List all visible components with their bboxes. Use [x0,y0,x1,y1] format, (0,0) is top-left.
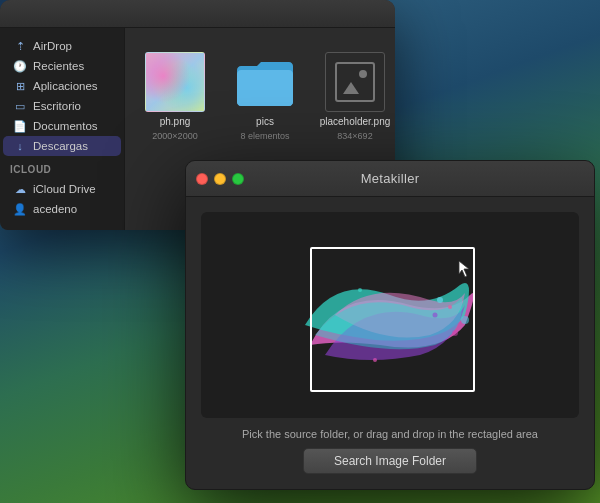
window-controls [196,173,244,185]
desktop-icon: ▭ [13,99,27,113]
file-meta-ph: 2000×2000 [152,131,197,141]
clock-icon: 🕐 [13,59,27,73]
metakiller-titlebar: Metakiller [186,161,594,197]
svg-point-2 [437,297,443,303]
close-button[interactable] [196,173,208,185]
svg-point-5 [358,288,362,292]
file-item-placeholder[interactable]: placeholder.png 834×692 [320,48,390,145]
grid-icon: ⊞ [13,79,27,93]
svg-point-6 [373,358,377,362]
finder-titlebar [0,0,395,28]
sidebar-label-icloud-drive: iCloud Drive [33,183,96,195]
sidebar-item-descargas[interactable]: ↓ Descargas [3,136,121,156]
svg-point-8 [452,330,458,336]
search-folder-button[interactable]: Search Image Folder [303,448,477,474]
file-name-ph: ph.png [160,116,191,127]
icloud-section-label: iCloud [0,164,124,179]
sidebar-item-escritorio[interactable]: ▭ Escritorio [3,96,121,116]
metakiller-body: Pick the source folder, or drag and drop… [186,197,594,489]
sidebar-item-icloud-drive[interactable]: ☁ iCloud Drive [3,179,121,199]
metakiller-window: Metakiller [185,160,595,490]
file-item-pics[interactable]: pics 8 elementos [230,48,300,145]
brush-image [280,225,500,405]
metakiller-footer: Pick the source folder, or drag and drop… [201,428,579,474]
cloud-icon: ☁ [13,182,27,196]
sidebar-label-aplicaciones: Aplicaciones [33,80,98,92]
svg-point-7 [461,316,469,324]
svg-point-3 [448,305,452,309]
file-meta-placeholder: 834×692 [337,131,372,141]
maximize-button[interactable] [232,173,244,185]
svg-point-4 [433,313,438,318]
airdrop-icon: ⇡ [13,39,27,53]
doc-icon: 📄 [13,119,27,133]
metakiller-title: Metakiller [361,171,420,186]
sidebar-item-acedeno[interactable]: 👤 acedeno [3,199,121,219]
minimize-button[interactable] [214,173,226,185]
sidebar-label-escritorio: Escritorio [33,100,81,112]
sidebar-item-recientes[interactable]: 🕐 Recientes [3,56,121,76]
file-meta-pics: 8 elementos [240,131,289,141]
sidebar-label-documentos: Documentos [33,120,98,132]
person-icon: 👤 [13,202,27,216]
sidebar-label-recientes: Recientes [33,60,84,72]
file-name-pics: pics [256,116,274,127]
finder-sidebar: ⇡ AirDrop 🕐 Recientes ⊞ Aplicaciones ▭ E… [0,28,125,230]
file-name-placeholder: placeholder.png [320,116,391,127]
sidebar-label-descargas: Descargas [33,140,88,152]
sidebar-item-aplicaciones[interactable]: ⊞ Aplicaciones [3,76,121,96]
sidebar-label-airdrop: AirDrop [33,40,72,52]
sidebar-item-documentos[interactable]: 📄 Documentos [3,116,121,136]
file-item-ph[interactable]: ph.png 2000×2000 [140,48,210,145]
preview-area[interactable] [201,212,579,418]
sidebar-item-airdrop[interactable]: ⇡ AirDrop [3,36,121,56]
file-icon-placeholder [325,52,385,112]
sidebar-label-acedeno: acedeno [33,203,77,215]
file-icon-pics [235,52,295,112]
instruction-text: Pick the source folder, or drag and drop… [242,428,538,440]
download-icon: ↓ [13,139,27,153]
file-icon-ph [145,52,205,112]
